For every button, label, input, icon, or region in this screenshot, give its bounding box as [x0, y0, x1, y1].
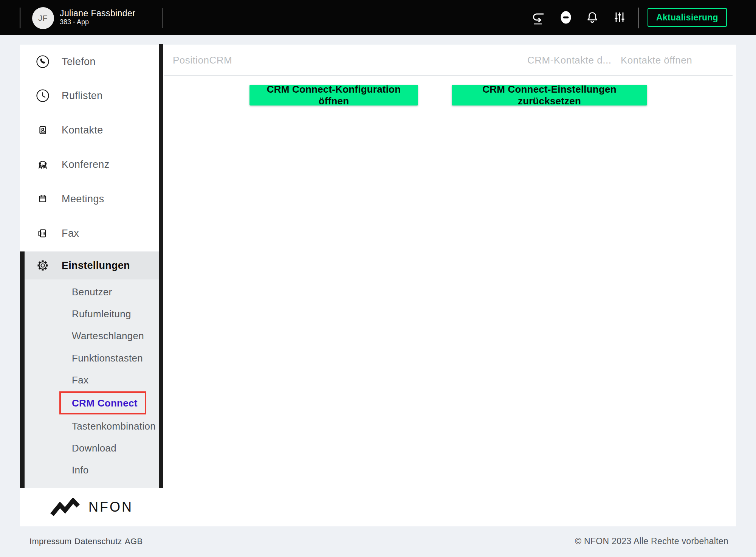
page-title: PositionCRM: [173, 54, 232, 66]
contact-card-icon: [35, 123, 50, 138]
notifications-bell-icon[interactable]: [584, 9, 601, 26]
sidebar-item-konferenz[interactable]: Konferenz: [20, 147, 159, 182]
settings-section-active-bar: [20, 251, 25, 488]
sidebar-item-label: Meetings: [62, 193, 104, 205]
topbar-divider-user: [163, 8, 163, 28]
do-not-disturb-icon[interactable]: [558, 9, 574, 26]
sidebar-item-fax[interactable]: Fax: [20, 216, 159, 250]
sidebar-item-label: Einstellungen: [62, 260, 130, 272]
update-button[interactable]: Aktualisierung: [648, 8, 727, 27]
topbar-divider-left: [20, 8, 20, 28]
sidebar-item-ruflisten[interactable]: Ruflisten: [20, 79, 159, 113]
crm-reset-settings-button[interactable]: CRM Connect-Einstellungen zurücksetzen: [452, 85, 647, 106]
sidebar-item-einstellungen[interactable]: Einstellungen: [20, 251, 159, 279]
nfon-logo-mark-icon: [50, 498, 83, 516]
call-history-clock-icon: [35, 88, 50, 103]
sidebar-item-meetings[interactable]: Meetings: [20, 182, 159, 216]
phone-icon: [35, 54, 50, 69]
footer-link-agb[interactable]: AGB: [125, 537, 143, 546]
sidebar-item-label: Fax: [62, 228, 79, 239]
sidebar-right-accent-bar: [159, 44, 163, 488]
topbar-divider-right: [638, 8, 639, 28]
column-header-kontakte-oeffnen: Kontakte öffnen: [621, 54, 692, 66]
sidebar-subitem-rufumleitung[interactable]: Rufumleitung: [20, 306, 159, 322]
nfon-logo-text: NFON: [88, 499, 133, 515]
sidebar-item-telefon[interactable]: Telefon: [20, 45, 159, 79]
sidebar-subitem-funktionstasten[interactable]: Funktionstasten: [20, 350, 159, 366]
audio-settings-sliders-icon[interactable]: [611, 9, 628, 26]
crm-open-config-button[interactable]: CRM Connect-Konfiguration öffnen: [249, 85, 418, 106]
conference-icon: [35, 157, 50, 172]
sidebar-subitem-download[interactable]: Download: [20, 440, 159, 456]
gear-icon: [35, 258, 50, 273]
call-forward-icon[interactable]: [530, 9, 547, 26]
sidebar-subitem-fax[interactable]: Fax: [20, 372, 159, 388]
user-name: Juliane Fassbinder: [60, 8, 135, 19]
calendar-icon: [35, 191, 50, 206]
avatar-initials: JF: [38, 14, 48, 23]
sidebar-item-label: Kontakte: [62, 124, 103, 136]
footer-link-impressum[interactable]: Impressum: [29, 537, 72, 546]
column-header-crm-kontakte: CRM-Kontakte d...: [527, 54, 611, 66]
user-extension: 383 - App: [60, 18, 89, 26]
sidebar-subitem-benutzer[interactable]: Benutzer: [20, 284, 159, 300]
fax-machine-icon: [35, 226, 50, 241]
main-content-panel: [163, 45, 736, 526]
header-divider: [164, 75, 733, 76]
annotation-highlight-box: [59, 391, 146, 414]
avatar[interactable]: JF: [32, 7, 54, 29]
sidebar-subitem-info[interactable]: Info: [20, 462, 159, 478]
sidebar-subitem-warteschlangen[interactable]: Warteschlangen: [20, 327, 159, 344]
sidebar-item-kontakte[interactable]: Kontakte: [20, 113, 159, 147]
footer-link-datenschutz[interactable]: Datenschutz: [74, 537, 122, 546]
sidebar-item-label: Ruflisten: [62, 90, 103, 102]
footer-copyright: © NFON 2023 Alle Rechte vorbehalten: [575, 536, 728, 546]
top-bar: JF Juliane Fassbinder 383 - App: [0, 0, 756, 35]
sidebar-item-label: Konferenz: [62, 159, 110, 171]
nfon-logo: NFON: [20, 488, 163, 526]
sidebar-subitem-tastenkombination[interactable]: Tastenkombination: [20, 418, 159, 434]
sidebar-item-label: Telefon: [62, 56, 96, 68]
